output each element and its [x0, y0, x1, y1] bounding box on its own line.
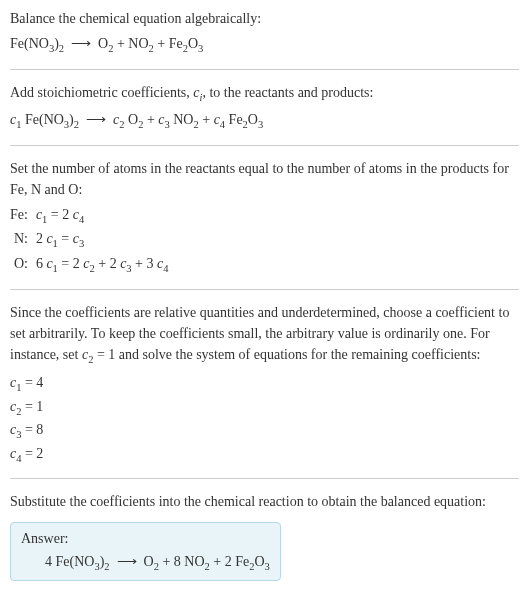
divider	[10, 69, 519, 70]
coef-value: c1 = 4	[10, 372, 519, 396]
table-row: N: 2 c1 = c3	[10, 228, 168, 253]
coefficients-statement: Add stoichiometric coefficients, ci, to …	[10, 82, 519, 106]
divider	[10, 289, 519, 290]
element-label: Fe:	[10, 204, 36, 229]
balanced-equation: 4 Fe(NO3)2 ⟶ O2 + 8 NO2 + 2 Fe2O3	[21, 553, 270, 572]
divider	[10, 478, 519, 479]
atom-balance-statement: Set the number of atoms in the reactants…	[10, 158, 519, 200]
solve-statement: Since the coefficients are relative quan…	[10, 302, 519, 368]
coefficient-values: c1 = 4 c2 = 1 c3 = 8 c4 = 2	[10, 372, 519, 466]
table-row: Fe: c1 = 2 c4	[10, 204, 168, 229]
equation-with-coefficients: c1 Fe(NO3)2 ⟶ c2 O2 + c3 NO2 + c4 Fe2O3	[10, 109, 519, 133]
element-equation: 2 c1 = c3	[36, 228, 169, 253]
atom-balance-table: Fe: c1 = 2 c4 N: 2 c1 = c3 O: 6 c1 = 2 c…	[10, 204, 168, 278]
table-row: O: 6 c1 = 2 c2 + 2 c3 + 3 c4	[10, 253, 168, 278]
coef-value: c3 = 8	[10, 419, 519, 443]
answer-statement: Substitute the coefficients into the che…	[10, 491, 519, 512]
section-answer: Substitute the coefficients into the che…	[10, 491, 519, 581]
answer-box: Answer: 4 Fe(NO3)2 ⟶ O2 + 8 NO2 + 2 Fe2O…	[10, 522, 281, 581]
element-equation: c1 = 2 c4	[36, 204, 169, 229]
section-atom-balance: Set the number of atoms in the reactants…	[10, 158, 519, 278]
coef-value: c4 = 2	[10, 443, 519, 467]
section-problem: Balance the chemical equation algebraica…	[10, 8, 519, 57]
element-equation: 6 c1 = 2 c2 + 2 c3 + 3 c4	[36, 253, 169, 278]
element-label: O:	[10, 253, 36, 278]
coef-value: c2 = 1	[10, 396, 519, 420]
section-solve: Since the coefficients are relative quan…	[10, 302, 519, 466]
answer-label: Answer:	[21, 531, 270, 547]
divider	[10, 145, 519, 146]
section-coefficients-intro: Add stoichiometric coefficients, ci, to …	[10, 82, 519, 133]
problem-statement: Balance the chemical equation algebraica…	[10, 8, 519, 29]
element-label: N:	[10, 228, 36, 253]
unbalanced-equation: Fe(NO3)2 ⟶ O2 + NO2 + Fe2O3	[10, 33, 519, 57]
